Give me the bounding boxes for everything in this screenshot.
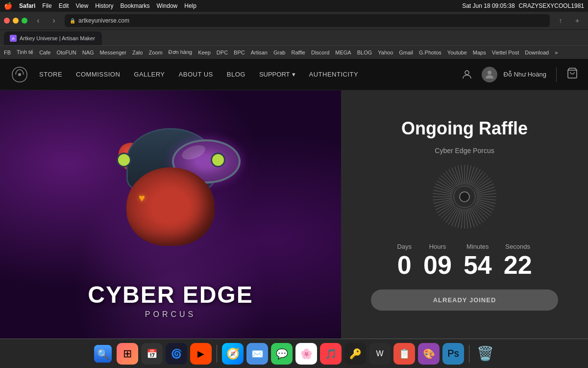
- dock-mail[interactable]: ✉️: [246, 343, 268, 365]
- svg-line-16: [434, 201, 453, 207]
- nav-store[interactable]: STORE: [39, 71, 62, 78]
- bookmark-messenger[interactable]: Messenger: [100, 50, 126, 55]
- user-icon-button[interactable]: [458, 66, 476, 83]
- bookmark-yahoo[interactable]: Yahoo: [378, 50, 393, 55]
- days-label: Days: [397, 243, 412, 250]
- app-name[interactable]: Safari: [19, 2, 35, 9]
- forward-button[interactable]: ›: [47, 15, 61, 26]
- back-button[interactable]: ‹: [31, 15, 45, 26]
- bookmark-raffle[interactable]: Raffle: [291, 50, 305, 55]
- svg-line-37: [468, 166, 474, 185]
- dock-finder[interactable]: 🔍: [92, 343, 114, 365]
- user-avatar[interactable]: [482, 67, 497, 82]
- dock-app4[interactable]: 🔑: [344, 343, 366, 365]
- active-tab[interactable]: A Artkey Universe | Artisan Maker: [4, 31, 102, 45]
- bookmark-bpc[interactable]: BPC: [234, 50, 245, 55]
- nav-buttons: ‹ ›: [31, 15, 61, 26]
- menu-window[interactable]: Window: [157, 2, 178, 9]
- tab-bar: A Artkey Universe | Artisan Maker: [0, 29, 588, 45]
- bookmark-gmail[interactable]: Gmail: [399, 50, 413, 55]
- svg-line-46: [476, 187, 495, 193]
- dock-app3[interactable]: ▶: [190, 343, 212, 365]
- already-joined-button[interactable]: ALREADY JOINED: [371, 289, 558, 311]
- dock-app6[interactable]: 📋: [393, 343, 415, 365]
- dock-app5[interactable]: W: [369, 343, 391, 365]
- site-logo[interactable]: [10, 65, 29, 84]
- menu-file[interactable]: File: [42, 2, 51, 9]
- dock-app7[interactable]: 🎨: [418, 343, 440, 365]
- dock-app8[interactable]: Ps: [442, 343, 464, 365]
- bookmark-maps[interactable]: Maps: [473, 50, 486, 55]
- bookmark-dpc[interactable]: DPC: [217, 50, 228, 55]
- traffic-light-minimize[interactable]: [13, 18, 19, 24]
- bookmark-cafe[interactable]: Cafe: [39, 50, 50, 55]
- username-label[interactable]: Đỗ Như Hoàng: [503, 71, 546, 78]
- bookmark-youtube[interactable]: Youtube: [447, 50, 467, 55]
- traffic-light-maximize[interactable]: [22, 18, 27, 24]
- bookmark-tinhte[interactable]: Tinh tế: [17, 49, 33, 55]
- dock-music[interactable]: 🎵: [320, 343, 342, 365]
- nav-support[interactable]: SUPPORT ▾: [259, 71, 295, 78]
- raffle-panel: Ongoing Raffle Cyber Edge Porcus: [341, 90, 588, 339]
- bookmark-download[interactable]: Download: [525, 50, 549, 55]
- svg-line-61: [468, 209, 474, 227]
- bookmark-zoom[interactable]: Zoom: [148, 50, 162, 55]
- svg-line-31: [455, 166, 461, 185]
- bookmark-discord[interactable]: Discord: [311, 50, 329, 55]
- dock-photos[interactable]: 🌸: [295, 343, 317, 365]
- url-text: artkeyuniverse.com: [78, 17, 129, 24]
- menu-history[interactable]: History: [95, 2, 113, 9]
- svg-line-7: [455, 209, 461, 227]
- bookmark-more[interactable]: »: [555, 50, 558, 55]
- menubar-user: CRAZYSEXYCOOL1981: [519, 2, 584, 9]
- dock-messages[interactable]: 💬: [271, 343, 293, 365]
- bookmark-keep[interactable]: Keep: [198, 50, 211, 55]
- menu-edit[interactable]: Edit: [59, 2, 69, 9]
- raffle-subtitle: Cyber Edge Porcus: [435, 147, 494, 155]
- menu-view[interactable]: View: [75, 2, 88, 9]
- minutes-label: Minutes: [466, 243, 489, 250]
- browser-actions: ↑ +: [554, 15, 584, 26]
- dock-safari[interactable]: 🧭: [222, 343, 244, 365]
- nav-gallery[interactable]: GALLERY: [134, 71, 165, 78]
- nav-authenticity[interactable]: AUTHENTICITY: [309, 71, 359, 78]
- bookmark-fb[interactable]: FB: [4, 50, 11, 55]
- dock-app2[interactable]: 🌀: [166, 343, 187, 365]
- svg-line-22: [434, 187, 453, 193]
- nav-right: Đỗ Như Hoàng: [458, 66, 578, 83]
- bookmark-grab[interactable]: Grab: [273, 50, 285, 55]
- nav-commission[interactable]: COMMISSION: [76, 71, 120, 78]
- cart-icon[interactable]: [566, 67, 578, 81]
- browser-toolbar: ‹ › 🔒 artkeyuniverse.com ↑ +: [0, 12, 588, 29]
- svg-point-2: [488, 71, 491, 75]
- bookmark-artisan[interactable]: Artisan: [251, 50, 268, 55]
- menu-bookmarks[interactable]: Bookmarks: [121, 2, 150, 9]
- bookmark-otofun[interactable]: OtoFUN: [56, 50, 76, 55]
- bookmark-blog[interactable]: BLOG: [357, 50, 372, 55]
- traffic-light-close[interactable]: [4, 18, 10, 24]
- bookmark-nag[interactable]: NAG: [82, 50, 94, 55]
- apple-menu[interactable]: 🍎: [4, 2, 12, 10]
- bookmark-gphotos[interactable]: G.Photos: [419, 50, 441, 55]
- nav-about-us[interactable]: ABOUT US: [179, 71, 213, 78]
- menu-help[interactable]: Help: [184, 2, 196, 9]
- share-button[interactable]: ↑: [554, 15, 567, 26]
- tab-title: Artkey Universe | Artisan Maker: [20, 35, 95, 41]
- headset-right: [211, 153, 225, 167]
- dock-trash[interactable]: 🗑️: [474, 343, 496, 365]
- mac-menubar: 🍎 Safari File Edit View History Bookmark…: [0, 0, 588, 12]
- address-bar[interactable]: 🔒 artkeyuniverse.com: [65, 14, 550, 27]
- bookmark-zalo[interactable]: Zalo: [132, 50, 143, 55]
- bookmark-mega[interactable]: MEGA: [335, 50, 351, 55]
- add-bookmark-button[interactable]: +: [570, 15, 584, 26]
- nav-support-label: SUPPORT: [259, 71, 290, 78]
- dock-launchpad[interactable]: ⊞: [117, 343, 138, 365]
- nav-blog[interactable]: BLOG: [227, 71, 245, 78]
- creature-illustration: ♥: [92, 128, 249, 285]
- chevron-down-icon: ▾: [292, 71, 295, 78]
- hours-value: 09: [423, 252, 452, 278]
- bookmark-donhang[interactable]: Đơn hàng: [169, 49, 193, 55]
- bookmark-viettelpost[interactable]: Viettel Post: [492, 50, 519, 55]
- dock-app1[interactable]: 📅: [141, 343, 163, 365]
- heart-ornament: ♥: [139, 192, 145, 205]
